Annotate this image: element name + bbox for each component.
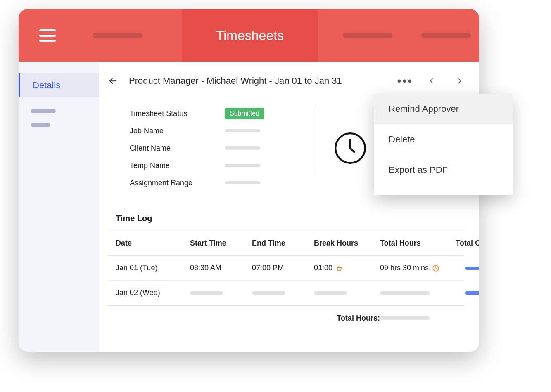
value-skeleton [225, 129, 260, 132]
value-skeleton [225, 146, 260, 150]
table-footer: Total Hours: [107, 305, 464, 330]
cell-start: 08:30 AM [190, 264, 252, 272]
header-center-tab[interactable]: Timesheets [182, 9, 318, 62]
label-temp: Temp Name [130, 161, 225, 170]
next-record-icon[interactable] [455, 76, 464, 85]
label-job: Job Name [130, 127, 225, 135]
app-header: Timesheets [19, 9, 479, 62]
header-skeleton [93, 33, 142, 38]
vertical-divider [316, 105, 316, 175]
menu-item-label: Delete [389, 134, 415, 145]
menu-item-remind-approver[interactable]: Remind Approver [374, 94, 513, 124]
header-title: Timesheets [216, 28, 284, 43]
table-header: Date Start Time End Time Break Hours Tot… [107, 231, 464, 256]
more-options-icon[interactable]: ••• [393, 74, 417, 87]
timelog-table: Date Start Time End Time Break Hours Tot… [107, 231, 464, 330]
cell-skeleton [190, 291, 223, 295]
sidebar-tab-label: Details [33, 80, 60, 91]
footer-skeleton [380, 316, 430, 320]
header-skeleton [421, 33, 471, 38]
cell-skeleton [252, 291, 285, 295]
menu-item-delete[interactable]: Delete [374, 124, 513, 155]
col-end: End Time [252, 239, 314, 248]
cost-skeleton [465, 291, 479, 295]
timelog-title: Time Log [116, 214, 464, 223]
title-row: Product Manager - Michael Wright - Jan 0… [107, 74, 464, 87]
value-skeleton [225, 181, 260, 184]
back-arrow-icon[interactable] [107, 75, 119, 87]
value-skeleton [225, 164, 260, 167]
col-break: Break Hours [314, 239, 380, 248]
label-client: Client Name [130, 144, 225, 153]
menu-item-export-pdf[interactable]: Export as PDF [374, 155, 513, 185]
cell-date: Jan 01 (Tue) [116, 264, 190, 272]
label-status: Timesheet Status [130, 109, 225, 118]
menu-item-label: Remind Approver [389, 104, 459, 114]
header-left [19, 29, 182, 42]
cell-break: 01:00 [314, 264, 380, 272]
status-badge: Submitted [225, 108, 264, 119]
col-cost: Total Cost [454, 239, 479, 248]
title-range: Jan 01 to Jan 31 [275, 76, 342, 86]
cell-date: Jan 02 (Wed) [116, 288, 190, 297]
more-options-menu: Remind Approver Delete Export as PDF [374, 94, 513, 195]
title-job: Product Manager [129, 76, 199, 86]
cell-skeleton [314, 291, 347, 295]
header-skeleton [343, 33, 392, 38]
sidebar-skeleton [31, 109, 56, 113]
col-start: Start Time [190, 239, 252, 248]
sidebar: Details [19, 62, 99, 352]
cost-skeleton [465, 267, 479, 270]
sidebar-skeleton [31, 123, 50, 127]
info-left: Timesheet Status Submitted Job Name Clie… [130, 105, 299, 191]
sidebar-tab-details[interactable]: Details [19, 73, 99, 97]
prev-record-icon[interactable] [427, 76, 436, 85]
header-right [318, 33, 479, 38]
footer-label: Total Hours: [314, 314, 380, 323]
col-date: Date [116, 239, 190, 248]
table-row[interactable]: Jan 02 (Wed) [107, 281, 464, 305]
record-title: Product Manager - Michael Wright - Jan 0… [129, 76, 342, 86]
coffee-icon [336, 264, 343, 272]
clock-small-icon [432, 264, 439, 272]
hamburger-menu-icon[interactable] [39, 29, 56, 42]
table-row[interactable]: Jan 01 (Tue) 08:30 AM 07:00 PM 01:00 09 … [107, 256, 464, 281]
cell-skeleton [380, 291, 430, 295]
col-total: Total Hours [380, 239, 454, 248]
label-range: Assignment Range [130, 179, 225, 187]
menu-item-label: Export as PDF [389, 165, 448, 175]
cell-end: 07:00 PM [252, 264, 314, 272]
clock-icon [332, 130, 368, 166]
cell-total: 09 hrs 30 mins [380, 264, 454, 272]
title-person: Michael Wright [207, 76, 266, 86]
